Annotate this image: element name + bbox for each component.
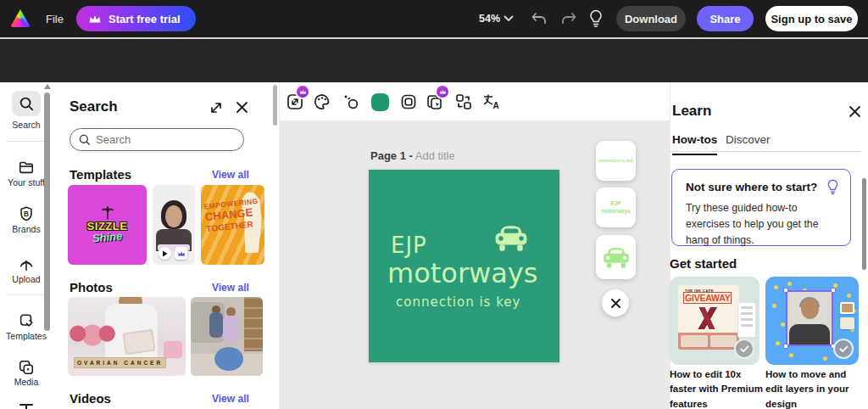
templates-section-header: Templates bbox=[70, 167, 131, 182]
sidebar-divider bbox=[7, 141, 46, 142]
premium-crown-badge bbox=[297, 86, 309, 98]
car-icon bbox=[493, 222, 529, 253]
how-to-card-premium-title[interactable]: How to edit 10x faster with Premium feat… bbox=[670, 367, 763, 409]
learn-callout-box: Not sure where to start? Try these guide… bbox=[671, 169, 851, 246]
sidebar-item-text[interactable] bbox=[12, 396, 41, 409]
how-to-card-layers-title[interactable]: How to move and edit layers in your desi… bbox=[765, 367, 862, 409]
svg-text:B: B bbox=[24, 210, 29, 218]
swap-tool[interactable] bbox=[453, 92, 474, 112]
upload-icon bbox=[18, 255, 35, 272]
person2-body bbox=[223, 316, 238, 343]
tab-how-tos[interactable]: How-tos bbox=[672, 133, 717, 155]
sidebar-item-templates[interactable] bbox=[12, 308, 41, 333]
learn-panel-scrollbar[interactable] bbox=[862, 178, 866, 270]
close-search-panel-icon[interactable] bbox=[236, 101, 248, 114]
lightbulb-icon bbox=[826, 179, 840, 195]
template-thumbnail-sizzle[interactable]: SIZZLE Shine bbox=[68, 185, 147, 265]
media-icon bbox=[18, 359, 35, 376]
sidebar-item-search[interactable] bbox=[12, 91, 41, 116]
sign-up-to-save-button[interactable]: Sign up to save bbox=[765, 6, 858, 31]
video-person-face bbox=[165, 205, 182, 227]
letter-tiles-text: OVARIAN CANCER bbox=[75, 358, 165, 367]
top-bar: File Start free trial 54% Download Share… bbox=[0, 0, 868, 37]
search-icon bbox=[18, 95, 35, 112]
color-palette-icon bbox=[313, 92, 331, 111]
how-to-card-premium[interactable]: THE INK CAFE GIVEAWAY bbox=[670, 277, 760, 365]
car-icon bbox=[602, 244, 631, 270]
completed-check-badge bbox=[833, 339, 854, 359]
completed-check-badge bbox=[734, 339, 754, 359]
folder-icon bbox=[18, 159, 35, 176]
premium-badge bbox=[175, 247, 187, 260]
background-color-tool[interactable] bbox=[370, 92, 390, 112]
template-thumbnail-empowering[interactable]: EMPOWERING CHANGE TOGETHER bbox=[201, 185, 264, 265]
giveaway-poster-graphic: THE INK CAFE GIVEAWAY bbox=[678, 285, 739, 333]
add-title-placeholder[interactable]: Add title bbox=[415, 149, 455, 162]
photo-prop bbox=[122, 329, 155, 356]
photo-thumbnail-ovarian-cancer[interactable]: OVARIAN CANCER bbox=[68, 297, 186, 376]
sidebar-item-brands[interactable]: B bbox=[12, 201, 41, 227]
photos-view-all-link[interactable]: View all bbox=[212, 282, 249, 294]
dismiss-layer-cards-button[interactable] bbox=[602, 289, 629, 317]
swap-icon bbox=[454, 92, 473, 111]
crown-icon bbox=[88, 14, 102, 25]
learn-panel-title: Learn bbox=[672, 103, 711, 120]
videos-view-all-link[interactable]: View all bbox=[212, 393, 249, 405]
layer-card-car[interactable] bbox=[596, 235, 636, 279]
selection-handle bbox=[783, 344, 788, 349]
sidebar-scrollbar[interactable] bbox=[44, 92, 50, 331]
templates-icon bbox=[18, 312, 35, 329]
adobe-express-logo-icon[interactable] bbox=[10, 9, 31, 27]
frame-tool[interactable] bbox=[398, 92, 419, 112]
play-icon bbox=[162, 250, 168, 257]
template-thumbnail-video[interactable] bbox=[153, 185, 195, 265]
crown-icon bbox=[439, 89, 447, 95]
templates-view-all-link[interactable]: View all bbox=[212, 169, 249, 181]
layer-mini-thumbnail bbox=[840, 302, 854, 314]
search-input[interactable] bbox=[96, 133, 223, 146]
search-input-icon bbox=[78, 133, 91, 146]
share-button[interactable]: Share bbox=[697, 6, 754, 31]
premium-crown-badge bbox=[437, 86, 448, 98]
photo-thumbnail-pregnancy[interactable] bbox=[191, 297, 263, 376]
page-number-label: Page 1 - bbox=[370, 149, 413, 162]
exercise-ball-graphic bbox=[214, 347, 243, 371]
design-page[interactable]: EJP motorways connection is key bbox=[369, 170, 559, 362]
file-menu[interactable]: File bbox=[46, 13, 64, 25]
lightbulb-icon[interactable] bbox=[588, 9, 604, 28]
translate-icon: A bbox=[482, 92, 501, 111]
sidebar-label-templates: Templates bbox=[0, 331, 53, 341]
svg-text:A: A bbox=[493, 101, 499, 110]
animate-tool[interactable] bbox=[341, 92, 361, 112]
zoom-level[interactable]: 54% bbox=[479, 13, 500, 25]
sidebar-item-your-stuff[interactable] bbox=[12, 154, 41, 180]
text-icon bbox=[19, 402, 34, 409]
sidebar-scroll-up-arrow[interactable] bbox=[44, 84, 51, 89]
search-panel-scrollbar[interactable] bbox=[273, 85, 277, 126]
person-face bbox=[801, 299, 819, 319]
tabs-underline bbox=[670, 151, 861, 152]
start-free-trial-button[interactable]: Start free trial bbox=[76, 6, 196, 31]
how-to-card-layers[interactable] bbox=[765, 277, 859, 365]
close-learn-panel-icon[interactable] bbox=[849, 105, 861, 118]
undo-icon[interactable] bbox=[531, 11, 548, 26]
photos-section-header: Photos bbox=[70, 280, 113, 294]
sidebar-item-upload[interactable] bbox=[12, 251, 41, 277]
translate-tool[interactable]: A bbox=[481, 92, 502, 112]
layer-mini-thumbnail bbox=[840, 317, 854, 329]
expand-panel-icon[interactable] bbox=[209, 101, 223, 115]
layer-card-tagline[interactable]: connection is key bbox=[596, 141, 636, 181]
layer-card-title[interactable]: EJP motorways bbox=[596, 188, 636, 227]
chevron-down-icon[interactable] bbox=[504, 15, 514, 22]
design-tagline[interactable]: connection is key bbox=[396, 294, 520, 310]
person1-body bbox=[209, 312, 223, 338]
design-title-line1[interactable]: EJP bbox=[391, 233, 427, 258]
search-input-box[interactable] bbox=[70, 128, 244, 151]
download-button[interactable]: Download bbox=[616, 6, 686, 31]
mini-ui-panel bbox=[737, 302, 756, 338]
color-palette-tool[interactable] bbox=[312, 92, 332, 112]
design-title-line2[interactable]: motorways bbox=[387, 257, 537, 289]
layer-card-title-text: EJP motorways bbox=[601, 200, 631, 215]
empowering-text-block: EMPOWERING CHANGE TOGETHER bbox=[203, 198, 260, 234]
redo-icon[interactable] bbox=[560, 11, 577, 26]
